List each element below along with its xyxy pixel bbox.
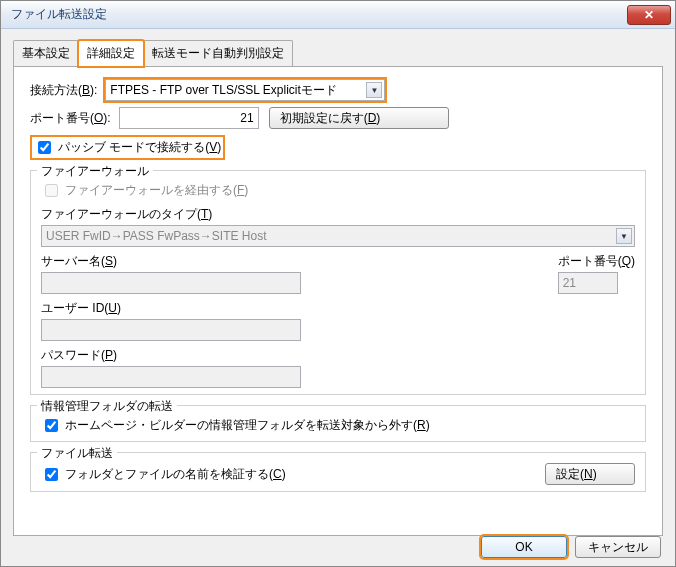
exclude-mgmt-folder-checkbox-input[interactable] bbox=[45, 419, 58, 432]
firewall-pass-label: パスワード(P) bbox=[41, 347, 635, 364]
connection-method-dropdown[interactable]: FTPES - FTP over TLS/SSL Explicitモード ▼ bbox=[105, 79, 385, 101]
firewall-legend: ファイアーウォール bbox=[37, 163, 153, 180]
firewall-type-label: ファイアーウォールのタイプ(T) bbox=[41, 207, 212, 221]
use-firewall-checkbox-input[interactable] bbox=[45, 184, 58, 197]
firewall-port-label: ポート番号(Q) bbox=[558, 253, 635, 270]
use-firewall-checkbox[interactable]: ファイアーウォールを経由する(F) bbox=[41, 181, 248, 200]
firewall-group: ファイアーウォール ファイアーウォールを経由する(F) ファイアーウォールのタイ… bbox=[30, 170, 646, 395]
mgmt-folder-legend: 情報管理フォルダの転送 bbox=[37, 398, 177, 415]
connection-method-label: 接続方法(B): bbox=[30, 82, 97, 99]
connection-method-row: 接続方法(B): FTPES - FTP over TLS/SSL Explic… bbox=[30, 79, 646, 101]
validate-names-checkbox-input[interactable] bbox=[45, 468, 58, 481]
file-transfer-legend: ファイル転送 bbox=[37, 445, 117, 462]
firewall-type-value: USER FwID→PASS FwPass→SITE Host bbox=[46, 229, 266, 243]
tab-strip: 基本設定 詳細設定 転送モード自動判別設定 bbox=[13, 40, 663, 67]
file-transfer-group: ファイル転送 フォルダとファイルの名前を検証する(C) 設定(N) bbox=[30, 452, 646, 492]
reset-defaults-button[interactable]: 初期設定に戻す(D) bbox=[269, 107, 449, 129]
firewall-server-input bbox=[41, 272, 301, 294]
validate-names-checkbox[interactable]: フォルダとファイルの名前を検証する(C) bbox=[41, 465, 286, 484]
passive-mode-row: パッシブ モードで接続する(V) bbox=[30, 135, 646, 160]
dialog-window: ファイル転送設定 ✕ 基本設定 詳細設定 転送モード自動判別設定 接続方法(B)… bbox=[0, 0, 676, 567]
dialog-button-bar: OK キャンセル bbox=[481, 536, 661, 558]
tab-detail[interactable]: 詳細設定 bbox=[78, 40, 144, 67]
titlebar: ファイル転送設定 ✕ bbox=[1, 1, 675, 29]
exclude-mgmt-folder-checkbox[interactable]: ホームページ・ビルダーの情報管理フォルダを転送対象から外す(R) bbox=[41, 416, 430, 435]
file-transfer-settings-button[interactable]: 設定(N) bbox=[545, 463, 635, 485]
firewall-server-label: サーバー名(S) bbox=[41, 253, 538, 270]
connection-method-value: FTPES - FTP over TLS/SSL Explicitモード bbox=[110, 82, 337, 99]
chevron-down-icon: ▼ bbox=[616, 228, 632, 244]
tab-panel-detail: 接続方法(B): FTPES - FTP over TLS/SSL Explic… bbox=[13, 66, 663, 536]
port-input[interactable] bbox=[119, 107, 259, 129]
firewall-user-label: ユーザー ID(U) bbox=[41, 300, 635, 317]
chevron-down-icon: ▼ bbox=[366, 82, 382, 98]
port-label: ポート番号(O): bbox=[30, 110, 111, 127]
tab-transfer-mode[interactable]: 転送モード自動判別設定 bbox=[143, 40, 293, 66]
firewall-port-input bbox=[558, 272, 618, 294]
port-row: ポート番号(O): 初期設定に戻す(D) bbox=[30, 107, 646, 129]
passive-mode-checkbox-input[interactable] bbox=[38, 141, 51, 154]
content-area: 基本設定 詳細設定 転送モード自動判別設定 接続方法(B): FTPES - F… bbox=[1, 29, 675, 536]
close-icon: ✕ bbox=[644, 8, 654, 22]
firewall-user-input bbox=[41, 319, 301, 341]
close-button[interactable]: ✕ bbox=[627, 5, 671, 25]
mgmt-folder-group: 情報管理フォルダの転送 ホームページ・ビルダーの情報管理フォルダを転送対象から外… bbox=[30, 405, 646, 442]
cancel-button[interactable]: キャンセル bbox=[575, 536, 661, 558]
tab-basic[interactable]: 基本設定 bbox=[13, 40, 79, 66]
firewall-pass-input bbox=[41, 366, 301, 388]
ok-button[interactable]: OK bbox=[481, 536, 567, 558]
window-title: ファイル転送設定 bbox=[11, 6, 107, 23]
passive-mode-checkbox[interactable]: パッシブ モードで接続する(V) bbox=[34, 138, 221, 157]
firewall-type-dropdown: USER FwID→PASS FwPass→SITE Host ▼ bbox=[41, 225, 635, 247]
